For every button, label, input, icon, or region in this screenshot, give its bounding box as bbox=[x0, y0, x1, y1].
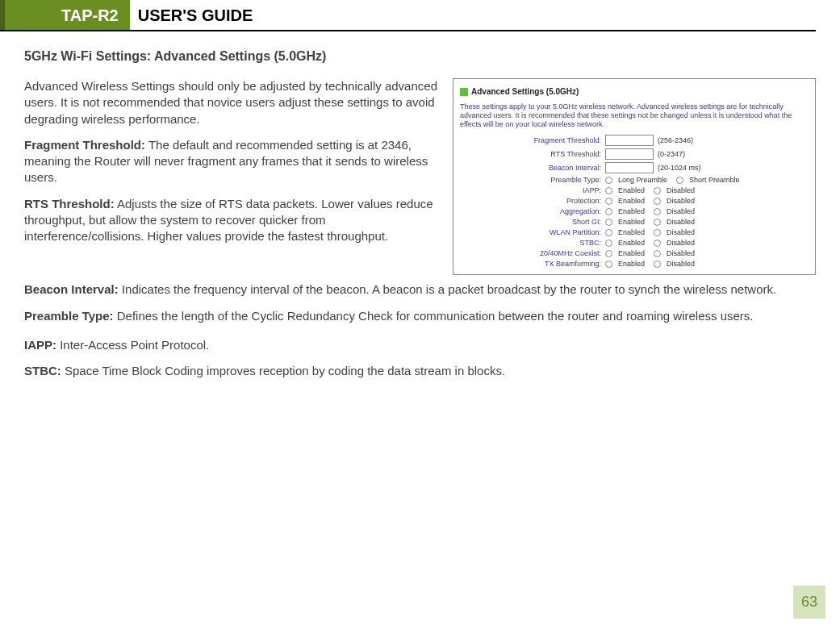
radio-option-label: Long Preamble bbox=[618, 176, 667, 184]
panel-field-label: Preamble Type: bbox=[492, 176, 601, 184]
panel-description: These settings apply to your 5.0GHz wire… bbox=[460, 102, 809, 128]
panel-text-input[interactable] bbox=[605, 135, 654, 146]
radio-option-label: Disabled bbox=[667, 207, 695, 215]
page-number: 63 bbox=[793, 586, 825, 619]
stbc-label: STBC: bbox=[24, 364, 61, 377]
panel-field-label: Aggregation: bbox=[492, 207, 601, 215]
iapp-paragraph: IAPP: Inter-Access Point Protocol. bbox=[24, 337, 816, 353]
radio-icon[interactable] bbox=[654, 229, 661, 236]
radio-option-label: Enabled bbox=[618, 239, 645, 247]
panel-field-label: 20/40MHz Coexist: bbox=[492, 249, 601, 257]
beacon-paragraph: Beacon Interval: Indicates the frequency… bbox=[24, 281, 816, 298]
panel-title: Advanced Settings (5.0GHz) bbox=[471, 87, 579, 96]
section-title: 5GHz Wi-Fi Settings: Advanced Settings (… bbox=[24, 49, 816, 64]
radio-icon[interactable] bbox=[605, 250, 612, 257]
radio-icon[interactable] bbox=[605, 177, 612, 184]
radio-icon[interactable] bbox=[676, 177, 683, 184]
panel-row: TX Beamforming:EnabledDisabled bbox=[492, 260, 809, 268]
panel-field-label: TX Beamforming: bbox=[492, 260, 601, 268]
radio-option-label: Enabled bbox=[618, 260, 645, 268]
panel-accent-icon bbox=[460, 88, 468, 96]
stbc-text: Space Time Block Coding improves recepti… bbox=[61, 364, 505, 377]
panel-row: Fragment Threshold:(256-2346) bbox=[492, 135, 809, 146]
panel-field-label: WLAN Partition: bbox=[492, 228, 601, 236]
radio-icon[interactable] bbox=[654, 208, 661, 215]
radio-option-label: Enabled bbox=[618, 218, 645, 226]
preamble-text: Defines the length of the Cyclic Redunda… bbox=[114, 309, 754, 323]
panel-form: Fragment Threshold:(256-2346)RTS Thresho… bbox=[460, 135, 809, 268]
radio-option-label: Disabled bbox=[667, 186, 695, 194]
beacon-text: Indicates the frequency interval of the … bbox=[119, 282, 776, 296]
radio-icon[interactable] bbox=[654, 261, 661, 268]
panel-field-label: Short GI: bbox=[492, 218, 601, 226]
radio-option-label: Disabled bbox=[667, 249, 695, 257]
settings-panel: Advanced Settings (5.0GHz) These setting… bbox=[453, 78, 816, 275]
radio-icon[interactable] bbox=[605, 208, 612, 215]
preamble-paragraph: Preamble Type: Defines the length of the… bbox=[24, 308, 816, 324]
panel-field-label: Protection: bbox=[492, 197, 601, 205]
preamble-label: Preamble Type: bbox=[24, 309, 114, 323]
radio-option-label: Disabled bbox=[667, 228, 695, 236]
page-content: 5GHz Wi-Fi Settings: Advanced Settings (… bbox=[0, 31, 840, 379]
radio-icon[interactable] bbox=[605, 229, 612, 236]
radio-icon[interactable] bbox=[654, 187, 661, 194]
radio-icon[interactable] bbox=[605, 261, 612, 268]
radio-option-label: Enabled bbox=[618, 197, 645, 205]
panel-row: IAPP:EnabledDisabled bbox=[492, 186, 809, 194]
beacon-label: Beacon Interval: bbox=[24, 282, 119, 296]
panel-row: Beacon Interval:(20-1024 ms) bbox=[492, 162, 809, 173]
radio-option-label: Enabled bbox=[618, 249, 645, 257]
radio-icon[interactable] bbox=[605, 187, 612, 194]
stbc-paragraph: STBC: Space Time Block Coding improves r… bbox=[24, 363, 816, 379]
radio-icon[interactable] bbox=[654, 240, 661, 247]
radio-icon[interactable] bbox=[654, 198, 661, 205]
panel-row: Protection:EnabledDisabled bbox=[492, 197, 809, 205]
panel-row: Preamble Type:Long PreambleShort Preambl… bbox=[492, 176, 809, 184]
fragment-label: Fragment Threshold: bbox=[24, 138, 145, 152]
iapp-text: Inter-Access Point Protocol. bbox=[56, 338, 209, 352]
panel-row: RTS Threshold:(0-2347) bbox=[492, 148, 809, 160]
panel-row: WLAN Partition:EnabledDisabled bbox=[492, 228, 809, 236]
radio-option-label: Enabled bbox=[618, 186, 645, 194]
panel-field-label: RTS Threshold: bbox=[492, 150, 601, 158]
radio-option-label: Disabled bbox=[667, 218, 695, 226]
panel-hint: (20-1024 ms) bbox=[658, 164, 701, 172]
panel-hint: (256-2346) bbox=[658, 136, 693, 144]
radio-icon[interactable] bbox=[605, 240, 612, 247]
panel-text-input[interactable] bbox=[605, 148, 654, 160]
panel-row: STBC:EnabledDisabled bbox=[492, 239, 809, 247]
radio-icon[interactable] bbox=[654, 219, 661, 226]
panel-text-input[interactable] bbox=[605, 162, 654, 173]
radio-option-label: Disabled bbox=[667, 197, 695, 205]
panel-field-label: Fragment Threshold: bbox=[492, 136, 601, 144]
doc-title: USER'S GUIDE bbox=[130, 0, 253, 30]
panel-field-label: IAPP: bbox=[492, 186, 601, 194]
radio-icon[interactable] bbox=[605, 198, 612, 205]
radio-option-label: Disabled bbox=[667, 260, 695, 268]
radio-option-label: Enabled bbox=[618, 207, 645, 215]
radio-icon[interactable] bbox=[654, 250, 661, 257]
panel-field-label: Beacon Interval: bbox=[492, 164, 601, 172]
panel-field-label: STBC: bbox=[492, 239, 601, 247]
iapp-label: IAPP: bbox=[24, 338, 56, 352]
panel-hint: (0-2347) bbox=[658, 150, 685, 158]
radio-option-label: Disabled bbox=[667, 239, 695, 247]
product-badge: TAP-R2 bbox=[0, 0, 130, 30]
panel-row: Short GI:EnabledDisabled bbox=[492, 218, 809, 226]
radio-option-label: Enabled bbox=[618, 228, 645, 236]
radio-icon[interactable] bbox=[605, 219, 612, 226]
page-header: TAP-R2 USER'S GUIDE bbox=[0, 0, 816, 31]
rts-label: RTS Threshold: bbox=[24, 197, 115, 211]
panel-row: 20/40MHz Coexist:EnabledDisabled bbox=[492, 249, 809, 257]
panel-row: Aggregation:EnabledDisabled bbox=[492, 207, 809, 215]
radio-option-label: Short Preamble bbox=[689, 176, 740, 184]
